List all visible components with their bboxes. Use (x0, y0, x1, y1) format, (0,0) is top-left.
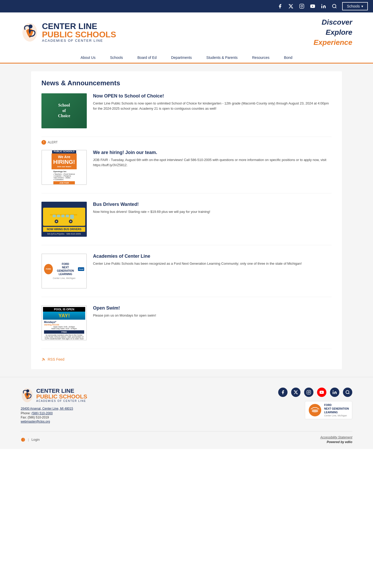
facebook-icon[interactable] (276, 3, 284, 10)
footer-x-twitter-icon[interactable] (291, 388, 300, 397)
svg-rect-14 (70, 215, 74, 219)
svg-point-2 (303, 5, 303, 5)
bus-now-hiring: NOW HIRING BUS DRIVERS (43, 227, 85, 232)
nav-departments[interactable]: Departments (164, 52, 199, 63)
nav-about-us[interactable]: About Us (73, 52, 103, 63)
footer-search-icon[interactable] (343, 388, 352, 397)
news-item-pool: POOL IS OPEN YAY! Mondays* starting 9/11… (41, 305, 332, 349)
footer-webmaster-link[interactable]: webmaster@clps.org (21, 420, 87, 423)
pool-yay-area: YAY! (43, 312, 85, 320)
logo-area[interactable]: CENTER LINE PUBLIC SCHOOLS Academies of … (21, 22, 116, 43)
news-heading-hiring: We are hiring! Join our team. (93, 150, 332, 155)
footer-ford-text-area: FORDNEXT GENERATIONLEARNING Center Line,… (324, 403, 349, 417)
edlio-login-icon (21, 437, 25, 442)
powered-by-edlio: Powered by edlio (327, 440, 352, 444)
linkedin-icon[interactable] (320, 3, 327, 10)
news-item-bus-drivers: NOW HIRING BUS DRIVERS bit.ly/CLPSjobs 5… (41, 202, 332, 245)
youtube-icon[interactable] (309, 3, 316, 10)
top-search-icon[interactable] (331, 3, 338, 10)
footer: CENTER LINE PUBLIC SCHOOLS Academies of … (0, 377, 373, 449)
footer-facebook-icon[interactable] (278, 388, 288, 397)
svg-rect-10 (53, 215, 56, 217)
svg-rect-11 (57, 215, 60, 217)
news-body-bus: Bus Drivers Wanted! Now hiring bus drive… (93, 202, 210, 215)
nav-students-parents[interactable]: Students & Parents (199, 52, 245, 63)
school-logo-icon (21, 22, 39, 43)
ford-oval: Ford (78, 267, 84, 271)
news-item-school-choice: SchoolofChoice Now OPEN to School of Cho… (41, 93, 332, 137)
hiring-thumb-school-name: CENTER LINEPUBLIC SCHOOLS (52, 150, 76, 154)
news-text-ford: Center Line Public Schools has been reco… (93, 261, 302, 267)
footer-phone-label: Phone: (21, 411, 31, 415)
pool-yay-text: YAY! (44, 313, 84, 319)
login-divider: | (28, 438, 29, 442)
footer-fax-label: Fax: (21, 416, 27, 419)
news-thumb-ford: FORD FORDNEXT GENERATIONLEARNING Ford Ce… (41, 254, 87, 289)
footer-logo-icon (21, 388, 34, 403)
nav-bond[interactable]: Bond (277, 52, 300, 63)
news-body-pool: Open Swim! Please join us on Mondays for… (93, 305, 156, 318)
nav-schools[interactable]: Schools (103, 52, 130, 63)
footer-logo-public-schools: PUBLIC SCHOOLS (36, 394, 87, 400)
accessibility-statement-link[interactable]: Accessibility Statement (320, 436, 352, 439)
svg-point-19 (42, 360, 43, 361)
svg-rect-13 (66, 215, 69, 217)
nav-resources[interactable]: Resources (245, 52, 277, 63)
powered-by-label: Powered by (327, 440, 344, 444)
footer-social-icons (278, 388, 352, 397)
footer-phone-link[interactable]: (586) 510-2000 (31, 411, 53, 415)
news-container: News & Announcements SchoolofChoice Now … (31, 71, 342, 369)
instagram-icon[interactable] (298, 3, 305, 10)
logo-center-line: CENTER LINE (42, 22, 116, 30)
schools-button-label: Schools (347, 4, 360, 8)
hiring-hiring: HIRING! (53, 159, 75, 165)
news-item-ford: FORD FORDNEXT GENERATIONLEARNING Ford Ce… (41, 254, 332, 297)
footer-linkedin-icon[interactable] (330, 388, 339, 397)
news-heading-pool: Open Swim! (93, 305, 156, 311)
footer-logo: CENTER LINE PUBLIC SCHOOLS Academies of … (21, 388, 87, 403)
svg-point-16 (56, 221, 57, 222)
main-content: News & Announcements SchoolofChoice Now … (0, 64, 373, 377)
hiring-join-text: Join our team! (57, 165, 71, 168)
svg-rect-0 (300, 4, 304, 9)
news-text-school-choice: Center Line Public Schools is now open t… (93, 101, 332, 112)
footer-right: FORDNEXT GENERATIONLEARNING Center Line,… (278, 388, 352, 419)
svg-rect-22 (307, 390, 311, 394)
rss-feed-link[interactable]: RSS Feed (41, 357, 332, 361)
pool-mondays-label: Mondays* (44, 321, 84, 324)
bus-contact: bit.ly/CLPSjobs 586-510-2005 (47, 233, 81, 235)
tagline-discover: Discover (314, 17, 352, 27)
news-text-pool: Please join us on Mondays for open swim! (93, 313, 156, 318)
svg-rect-12 (61, 215, 64, 217)
svg-point-24 (310, 391, 310, 391)
news-heading-school-choice: Now OPEN to School of Choice! (93, 93, 332, 99)
logo-text: CENTER LINE PUBLIC SCHOOLS Academies of … (42, 22, 116, 43)
footer-address[interactable]: 26400 Arsenal, Center Line, MI 48015 (21, 407, 87, 410)
ford-label: FORDNEXT GENERATIONLEARNING (55, 262, 76, 276)
footer-youtube-icon[interactable] (317, 388, 326, 397)
nav-board-of-ed[interactable]: Board of Ed (130, 52, 164, 63)
footer-login-area[interactable]: | Login (21, 437, 40, 442)
footer-instagram-icon[interactable] (304, 388, 313, 397)
navigation-bar: About Us Schools Board of Ed Departments… (0, 52, 373, 64)
hiring-details: Openings for: • Teachers • Food Science•… (52, 169, 77, 185)
footer-links: Accessibility Statement Powered by edlio (320, 436, 352, 444)
footer-bottom: | Login Accessibility Statement Powered … (21, 431, 352, 444)
bus-image (43, 208, 85, 226)
news-text-bus: Now hiring bus drivers! Starting rate = … (93, 209, 210, 215)
svg-point-18 (70, 221, 71, 222)
pool-free-details: to community members who live in the Cen… (44, 334, 84, 340)
rss-label: RSS Feed (48, 357, 64, 361)
svg-point-1 (301, 5, 303, 7)
x-twitter-icon[interactable] (287, 3, 295, 10)
login-label: Login (31, 438, 40, 442)
schools-dropdown-button[interactable]: Schools ▾ (342, 2, 368, 10)
svg-point-23 (308, 391, 310, 393)
footer-ford-circle (308, 403, 322, 417)
tagline-experience: Experience (314, 37, 352, 47)
news-thumb-bus: NOW HIRING BUS DRIVERS bit.ly/CLPSjobs 5… (41, 202, 87, 237)
news-thumb-pool: POOL IS OPEN YAY! Mondays* starting 9/11… (41, 305, 87, 340)
tagline: Discover Explore Experience (314, 17, 352, 48)
top-social-icons (276, 3, 338, 10)
thumb-text-school-choice: SchoolofChoice (58, 103, 70, 119)
